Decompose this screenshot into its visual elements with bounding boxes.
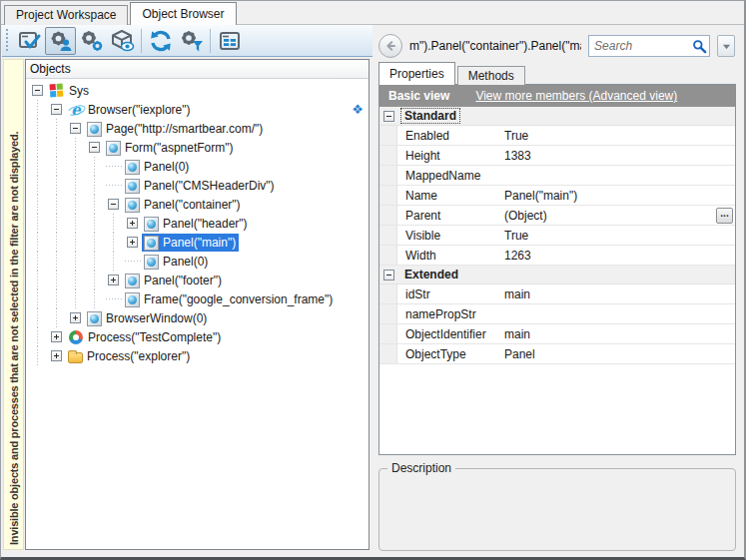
tree-guide-line: [104, 214, 123, 233]
tab-methods[interactable]: Methods: [457, 66, 525, 85]
property-row[interactable]: Parent(Object)...: [379, 206, 735, 226]
refresh-button[interactable]: [145, 27, 176, 55]
window-check-button[interactable]: [14, 27, 45, 55]
tree-node[interactable]: Panel("footer"): [123, 272, 225, 289]
tree-guide-line: [47, 308, 66, 327]
tree-node[interactable]: Sys: [47, 82, 92, 100]
tree-row[interactable]: Frame("google_conversion_frame"): [26, 289, 369, 308]
gear-gear-button[interactable]: [76, 27, 107, 55]
collapse-button[interactable]: [383, 270, 394, 280]
tree-guide-line: [28, 327, 47, 346]
tree-guide-line: [28, 176, 47, 195]
object-browser-toolbar: [2, 25, 373, 57]
properties-panel: Basic view View more members (Advanced v…: [378, 84, 736, 455]
back-button[interactable]: [378, 34, 402, 58]
ellipsis-button[interactable]: ...: [716, 208, 733, 224]
tree-guide-line: [66, 138, 85, 157]
property-row[interactable]: NamePanel("main"): [379, 186, 735, 206]
tree-row[interactable]: Form("aspnetForm"): [26, 138, 369, 157]
property-row[interactable]: ObjectIdentifiermain: [379, 324, 735, 344]
property-name: Height: [397, 149, 503, 163]
tab-project-workspace[interactable]: Project Workspace: [4, 5, 128, 25]
property-row[interactable]: ObjectTypePanel: [379, 344, 735, 364]
tree-row[interactable]: BrowserWindow(0): [26, 308, 369, 327]
collapse-button[interactable]: [383, 111, 394, 122]
tree-row[interactable]: Process("explorer"): [26, 346, 369, 365]
tree-row[interactable]: Panel("header"): [26, 214, 369, 233]
property-group-header[interactable]: Standard: [379, 107, 735, 126]
collapse-button[interactable]: [47, 100, 66, 119]
window-panels-button[interactable]: [214, 27, 245, 55]
collapse-button[interactable]: [28, 81, 47, 100]
tree-row[interactable]: Panel("main"): [26, 233, 369, 252]
minus-icon: [89, 142, 100, 153]
property-row[interactable]: Height1383: [379, 146, 735, 166]
expand-button[interactable]: [104, 271, 123, 289]
property-row[interactable]: VisibleTrue: [379, 226, 735, 246]
toolbar-grip-handle[interactable]: [5, 29, 11, 53]
tree-node[interactable]: Form("aspnetForm"): [104, 139, 237, 157]
tree-row[interactable]: Panel(0): [26, 157, 369, 176]
web-object-icon: [125, 198, 140, 213]
tree-guide-line: [28, 252, 47, 271]
gear-filter-button[interactable]: [176, 27, 207, 55]
expand-button[interactable]: [123, 214, 142, 233]
web-object-icon: [125, 292, 140, 307]
tree-node[interactable]: Process("explorer"): [66, 347, 193, 364]
tree-node[interactable]: Panel("header"): [142, 215, 251, 233]
property-row[interactable]: EnabledTrue: [379, 126, 735, 146]
property-row[interactable]: MappedName: [379, 166, 735, 186]
tree-row[interactable]: Panel("CMSHeaderDiv"): [26, 176, 369, 195]
description-box: Description: [378, 468, 736, 551]
property-row[interactable]: idStrmain: [379, 284, 735, 304]
tree-node[interactable]: BrowserWindow(0): [85, 309, 210, 327]
tree-row[interactable]: eBrowser("iexplore")❖: [26, 100, 369, 119]
advanced-view-link[interactable]: View more members (Advanced view): [475, 89, 677, 103]
collapse-button[interactable]: [85, 138, 104, 157]
tree-node[interactable]: Panel("main"): [142, 234, 239, 252]
tree-row[interactable]: Panel("container"): [26, 195, 369, 214]
expand-button[interactable]: [47, 346, 66, 365]
tree-row[interactable]: Page("http://smartbear.com/"): [26, 119, 369, 138]
collapse-button[interactable]: [66, 119, 85, 138]
panel-splitter[interactable]: [371, 59, 378, 550]
web-object-icon: [144, 255, 159, 270]
tree-guide-line: [66, 271, 85, 289]
tree-row[interactable]: Process("TestComplete"): [26, 327, 369, 346]
tree-row[interactable]: Panel("footer"): [26, 271, 369, 289]
tree-connector: [123, 252, 142, 271]
tree-guide-line: [47, 252, 66, 271]
toolbar-buttons: [14, 27, 245, 55]
tree-guide-line: [28, 289, 47, 308]
search-options-dropdown[interactable]: [717, 35, 735, 57]
tab-properties[interactable]: Properties: [378, 62, 455, 85]
tree-guide-line: [66, 176, 85, 195]
tree-node[interactable]: Panel(0): [142, 253, 211, 271]
tree-node[interactable]: eBrowser("iexplore"): [66, 101, 194, 119]
collapse-button[interactable]: [104, 195, 123, 214]
tree-node[interactable]: Panel(0): [123, 158, 192, 176]
tree-row[interactable]: Sys: [26, 81, 369, 100]
property-row[interactable]: namePropStr: [379, 304, 735, 324]
gear-user-button[interactable]: [45, 27, 76, 55]
objects-tree: SyseBrowser("iexplore")❖Page("http://sma…: [26, 79, 369, 365]
tree-node[interactable]: Panel("CMSHeaderDiv"): [123, 177, 278, 195]
property-group-header[interactable]: Extended: [379, 266, 735, 284]
tree-node[interactable]: Page("http://smartbear.com/"): [85, 120, 266, 138]
expand-button[interactable]: [123, 233, 142, 252]
property-name: Visible: [397, 229, 503, 243]
tree-node[interactable]: Frame("google_conversion_frame"): [123, 290, 336, 308]
property-row[interactable]: Width1263: [379, 246, 735, 266]
tab-object-browser[interactable]: Object Browser: [130, 2, 236, 25]
expand-button[interactable]: [66, 308, 85, 327]
cube-eye-button[interactable]: [107, 27, 138, 55]
expand-button[interactable]: [47, 327, 66, 346]
tree-connector: [104, 289, 123, 308]
tree-node[interactable]: Process("TestComplete"): [66, 328, 224, 346]
search-icon: [692, 39, 707, 54]
tree-node[interactable]: Panel("container"): [123, 196, 244, 214]
property-row-gutter: [379, 246, 397, 265]
objects-column-header[interactable]: Objects: [26, 60, 369, 79]
tree-row[interactable]: Panel(0): [26, 252, 369, 271]
workspace-tabstrip: Project Workspace Object Browser: [4, 2, 237, 25]
